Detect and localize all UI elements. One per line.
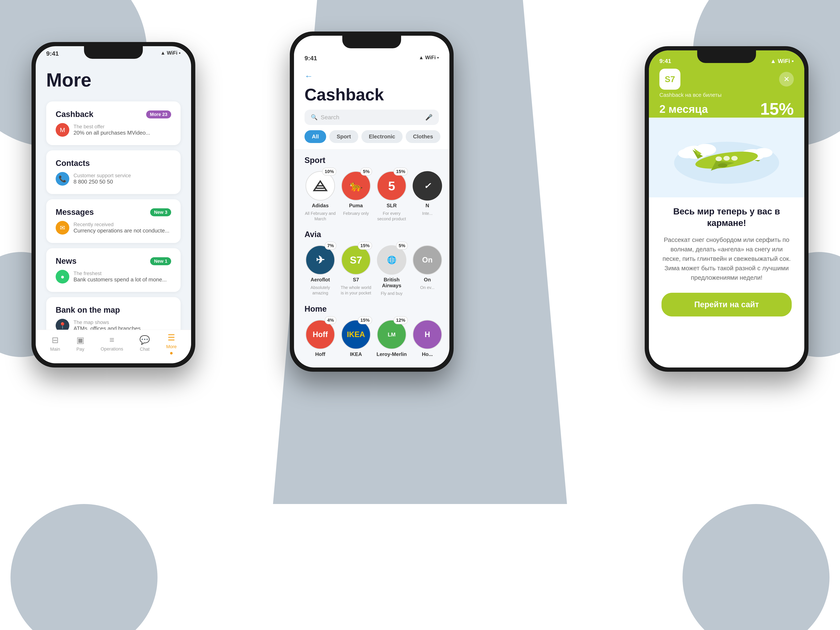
slr-item[interactable]: 5 15% SLR For every second product [376,171,407,221]
status-bar-left: 9:41 ▲ WiFi ▪ [36,46,191,63]
puma-desc: February only [343,211,369,216]
nike-brand: N [425,203,429,208]
news-card-title: News [56,257,76,266]
adidas-item[interactable]: 10% Adidas All February and March [305,171,336,221]
puma-percent: 5% [360,167,372,175]
cashback-scroll[interactable]: Sport 10% Adidas All February and March … [294,150,449,368]
nav-main-label: Main [50,346,60,352]
time-right: 9:41 [659,58,671,65]
nav-operations[interactable]: ≡ Operations [101,335,123,352]
aeroflot-desc: Absolutely amazing [305,285,336,296]
plane-illustration [674,131,779,184]
news-card[interactable]: News New 1 ● The freshest Bank customers… [46,248,181,292]
leroy-item[interactable]: LM 12% Leroy-Merlin [376,320,407,357]
tab-clothes[interactable]: Clothes [406,130,441,143]
ikea-item[interactable]: IKEA 15% IKEA [340,320,372,357]
sport-section-title: Sport [305,156,439,165]
promo-status-icons: ▲ WiFi ▪ [770,58,794,65]
bank-map-title: Bank on the map [56,306,120,314]
home4-circle: H [413,320,442,349]
home4-brand: Ho... [422,351,433,357]
promo-plane-area [649,118,804,197]
slr-circle: 5 15% [377,171,406,201]
more-page-title: More [46,69,181,91]
british-item[interactable]: 🌐 5% British Airways Fly and buy [376,245,407,296]
home-section-title: Home [305,305,439,314]
sport-grid: 10% Adidas All February and March 🐆 5% P… [305,171,439,221]
british-desc: Fly and buy [381,291,403,296]
search-bar[interactable]: 🔍 Search 🎤 [305,110,439,125]
on-circle: On [413,245,442,275]
messages-icon: ✉ [56,221,69,235]
leroy-circle: LM 12% [377,320,406,349]
tab-all[interactable]: All [305,130,326,143]
news-desc: Bank customers spend a lot of mone... [74,276,167,283]
leroy-brand: Leroy-Merlin [377,351,407,357]
time-left: 9:41 [46,50,59,57]
filter-tabs: All Sport Electronic Clothes [305,130,439,143]
promo-body: Весь мир теперь у вас в кармане! Рассека… [649,197,804,325]
notch-center [342,36,401,48]
nav-pay-label: Pay [76,346,84,352]
aeroflot-circle: ✈ 7% [306,245,335,275]
news-badge: New 1 [150,257,171,265]
bank-map-subtitle: The map shows [74,319,141,325]
hoff-item[interactable]: Hoff 4% Hoff [305,320,336,357]
svg-point-10 [723,156,730,161]
contacts-phone: 8 800 250 50 50 [74,178,131,185]
slr-brand: SLR [387,203,397,208]
home4-item[interactable]: H Ho... [412,320,443,357]
nav-more[interactable]: ☰ More [166,333,177,354]
status-icons-left: ▲ WiFi ▪ [160,50,181,56]
nav-pay[interactable]: ▣ Pay [76,335,84,352]
on-item[interactable]: On On On ev... [412,245,443,296]
messages-badge: New 3 [150,208,171,216]
s7-logo: S7 [659,69,681,90]
messages-subtitle: Recently received [74,221,169,227]
operations-nav-icon: ≡ [109,335,114,344]
nav-operations-label: Operations [101,346,123,352]
tab-sport[interactable]: Sport [329,130,358,143]
promo-cashback-label: Cashback на все билеты [659,92,794,98]
puma-brand: Puma [349,203,363,208]
news-icon: ● [56,270,69,284]
phone-center: 9:41 ▲ WiFi ▪ ← Cashback 🔍 Search 🎤 All … [290,32,453,372]
promo-cta-button[interactable]: Перейти на сайт [662,293,792,316]
bg-shape-bottom-left [11,504,158,630]
nike-item[interactable]: ✓ N Inte... [412,171,443,221]
nav-main[interactable]: ⊟ Main [50,335,60,352]
hoff-brand: Hoff [315,351,325,357]
contacts-card[interactable]: Contacts 📞 Customer support service 8 80… [46,150,181,194]
status-icons-center: ▲ WiFi ▪ [419,55,439,60]
more-nav-dot [170,352,173,354]
cashback-card[interactable]: Cashback More 23 M The best offer 20% on… [46,101,181,145]
cashback-card-title: Cashback [56,110,93,119]
back-arrow[interactable]: ← [305,71,439,81]
promo-top-row: S7 ✕ [659,69,794,90]
cashback-desc: 20% on all purchases MVideo... [74,129,150,136]
close-button[interactable]: ✕ [779,72,794,87]
nav-chat-label: Chat [140,346,150,352]
aeroflot-brand: Aeroflot [311,277,330,283]
time-center: 9:41 [305,55,317,62]
s7-desc: The whole world is in your pocket [340,285,372,296]
slr-percent: 15% [393,167,408,175]
slr-desc: For every second product [376,211,407,221]
svg-point-11 [731,156,738,161]
main-nav-icon: ⊟ [52,335,59,345]
messages-card[interactable]: Messages New 3 ✉ Recently received Curre… [46,199,181,243]
s7-item[interactable]: S7 15% S7 The whole world is in your poc… [340,245,372,296]
svg-point-5 [678,149,696,158]
ikea-circle: IKEA 15% [341,320,371,349]
puma-item[interactable]: 🐆 5% Puma February only [340,171,372,221]
nav-chat[interactable]: 💬 Chat [139,335,150,352]
british-percent: 5% [396,242,408,250]
cashback-screen-title: Cashback [305,85,439,104]
hoff-circle: Hoff 4% [306,320,335,349]
s7-brand: S7 [353,277,359,283]
ikea-percent: 15% [358,316,372,324]
phone-left: 9:41 ▲ WiFi ▪ More Cashback More 23 M Th… [32,42,195,368]
aeroflot-item[interactable]: ✈ 7% Aeroflot Absolutely amazing [305,245,336,296]
s7-percent: 15% [358,242,372,250]
tab-electronic[interactable]: Electronic [362,130,403,143]
